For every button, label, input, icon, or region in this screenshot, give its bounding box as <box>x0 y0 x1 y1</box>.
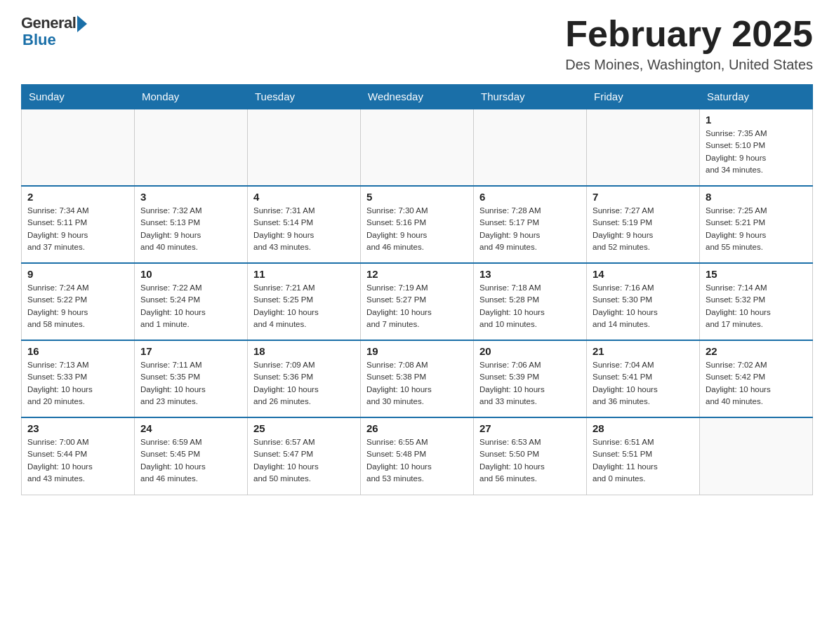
calendar-cell <box>700 417 813 495</box>
day-number: 24 <box>140 422 241 434</box>
calendar-cell: 13Sunrise: 7:18 AM Sunset: 5:28 PM Dayli… <box>474 263 587 340</box>
calendar-cell: 8Sunrise: 7:25 AM Sunset: 5:21 PM Daylig… <box>700 186 813 263</box>
day-number: 7 <box>593 191 694 203</box>
calendar-cell: 15Sunrise: 7:14 AM Sunset: 5:32 PM Dayli… <box>700 263 813 340</box>
day-info: Sunrise: 7:34 AM Sunset: 5:11 PM Dayligh… <box>27 205 128 253</box>
day-number: 2 <box>27 191 128 203</box>
day-info: Sunrise: 7:24 AM Sunset: 5:22 PM Dayligh… <box>27 282 128 330</box>
calendar-cell: 16Sunrise: 7:13 AM Sunset: 5:33 PM Dayli… <box>22 340 135 417</box>
calendar-cell: 11Sunrise: 7:21 AM Sunset: 5:25 PM Dayli… <box>248 263 361 340</box>
day-number: 11 <box>253 268 355 280</box>
day-of-week-header: Monday <box>135 85 248 109</box>
calendar-week-row: 23Sunrise: 7:00 AM Sunset: 5:44 PM Dayli… <box>22 417 813 495</box>
day-of-week-header: Saturday <box>700 85 813 109</box>
calendar-cell: 7Sunrise: 7:27 AM Sunset: 5:19 PM Daylig… <box>587 186 700 263</box>
day-info: Sunrise: 7:21 AM Sunset: 5:25 PM Dayligh… <box>253 282 355 330</box>
day-number: 25 <box>253 422 355 434</box>
day-number: 19 <box>366 345 468 357</box>
calendar-cell: 2Sunrise: 7:34 AM Sunset: 5:11 PM Daylig… <box>22 186 135 263</box>
day-info: Sunrise: 6:51 AM Sunset: 5:51 PM Dayligh… <box>593 436 694 485</box>
calendar-cell <box>361 109 474 186</box>
day-info: Sunrise: 7:00 AM Sunset: 5:44 PM Dayligh… <box>27 436 128 485</box>
day-number: 27 <box>479 422 581 434</box>
day-info: Sunrise: 7:09 AM Sunset: 5:36 PM Dayligh… <box>253 359 355 408</box>
day-number: 9 <box>27 268 128 280</box>
day-info: Sunrise: 7:04 AM Sunset: 5:41 PM Dayligh… <box>593 359 694 408</box>
day-number: 23 <box>27 422 128 434</box>
calendar-cell: 23Sunrise: 7:00 AM Sunset: 5:44 PM Dayli… <box>22 417 135 495</box>
day-info: Sunrise: 7:18 AM Sunset: 5:28 PM Dayligh… <box>479 282 581 330</box>
logo-arrow-icon <box>77 15 87 32</box>
day-info: Sunrise: 7:11 AM Sunset: 5:35 PM Dayligh… <box>140 359 241 408</box>
day-info: Sunrise: 7:32 AM Sunset: 5:13 PM Dayligh… <box>140 205 241 253</box>
calendar-cell: 5Sunrise: 7:30 AM Sunset: 5:16 PM Daylig… <box>361 186 474 263</box>
calendar-cell: 22Sunrise: 7:02 AM Sunset: 5:42 PM Dayli… <box>700 340 813 417</box>
calendar-cell: 3Sunrise: 7:32 AM Sunset: 5:13 PM Daylig… <box>135 186 248 263</box>
day-info: Sunrise: 7:16 AM Sunset: 5:30 PM Dayligh… <box>593 282 694 330</box>
day-number: 1 <box>706 114 807 126</box>
calendar-week-row: 1Sunrise: 7:35 AM Sunset: 5:10 PM Daylig… <box>22 109 813 186</box>
calendar-cell: 24Sunrise: 6:59 AM Sunset: 5:45 PM Dayli… <box>135 417 248 495</box>
day-number: 4 <box>253 191 355 203</box>
day-number: 15 <box>706 268 807 280</box>
day-number: 16 <box>27 345 128 357</box>
calendar-cell: 19Sunrise: 7:08 AM Sunset: 5:38 PM Dayli… <box>361 340 474 417</box>
calendar-cell: 1Sunrise: 7:35 AM Sunset: 5:10 PM Daylig… <box>700 109 813 186</box>
day-number: 20 <box>479 345 581 357</box>
day-info: Sunrise: 7:08 AM Sunset: 5:38 PM Dayligh… <box>366 359 468 408</box>
day-of-week-header: Wednesday <box>361 85 474 109</box>
day-number: 14 <box>593 268 694 280</box>
day-info: Sunrise: 7:13 AM Sunset: 5:33 PM Dayligh… <box>27 359 128 408</box>
page-header: General Blue February 2025 Des Moines, W… <box>21 14 813 73</box>
day-info: Sunrise: 6:55 AM Sunset: 5:48 PM Dayligh… <box>366 436 468 485</box>
day-number: 10 <box>140 268 241 280</box>
calendar-cell: 6Sunrise: 7:28 AM Sunset: 5:17 PM Daylig… <box>474 186 587 263</box>
calendar-cell: 18Sunrise: 7:09 AM Sunset: 5:36 PM Dayli… <box>248 340 361 417</box>
calendar-week-row: 9Sunrise: 7:24 AM Sunset: 5:22 PM Daylig… <box>22 263 813 340</box>
logo-blue-text: Blue <box>22 31 56 49</box>
day-number: 22 <box>706 345 807 357</box>
calendar-cell: 20Sunrise: 7:06 AM Sunset: 5:39 PM Dayli… <box>474 340 587 417</box>
day-number: 28 <box>593 422 694 434</box>
calendar-week-row: 16Sunrise: 7:13 AM Sunset: 5:33 PM Dayli… <box>22 340 813 417</box>
logo: General Blue <box>21 14 87 49</box>
calendar-title: February 2025 <box>565 14 813 54</box>
day-number: 17 <box>140 345 241 357</box>
day-number: 5 <box>366 191 468 203</box>
calendar-cell: 26Sunrise: 6:55 AM Sunset: 5:48 PM Dayli… <box>361 417 474 495</box>
calendar-header-row: SundayMondayTuesdayWednesdayThursdayFrid… <box>22 85 813 109</box>
calendar-week-row: 2Sunrise: 7:34 AM Sunset: 5:11 PM Daylig… <box>22 186 813 263</box>
calendar-cell: 12Sunrise: 7:19 AM Sunset: 5:27 PM Dayli… <box>361 263 474 340</box>
calendar-cell <box>22 109 135 186</box>
day-of-week-header: Tuesday <box>248 85 361 109</box>
day-info: Sunrise: 6:59 AM Sunset: 5:45 PM Dayligh… <box>140 436 241 485</box>
logo-general-text: General <box>21 14 76 32</box>
day-number: 3 <box>140 191 241 203</box>
day-info: Sunrise: 6:53 AM Sunset: 5:50 PM Dayligh… <box>479 436 581 485</box>
calendar-cell: 28Sunrise: 6:51 AM Sunset: 5:51 PM Dayli… <box>587 417 700 495</box>
day-number: 26 <box>366 422 468 434</box>
day-info: Sunrise: 7:31 AM Sunset: 5:14 PM Dayligh… <box>253 205 355 253</box>
calendar-table: SundayMondayTuesdayWednesdayThursdayFrid… <box>21 84 813 495</box>
day-info: Sunrise: 7:35 AM Sunset: 5:10 PM Dayligh… <box>706 128 807 176</box>
calendar-cell: 10Sunrise: 7:22 AM Sunset: 5:24 PM Dayli… <box>135 263 248 340</box>
calendar-cell <box>587 109 700 186</box>
day-info: Sunrise: 7:19 AM Sunset: 5:27 PM Dayligh… <box>366 282 468 330</box>
day-of-week-header: Sunday <box>22 85 135 109</box>
calendar-cell: 9Sunrise: 7:24 AM Sunset: 5:22 PM Daylig… <box>22 263 135 340</box>
day-number: 18 <box>253 345 355 357</box>
calendar-cell <box>135 109 248 186</box>
day-of-week-header: Friday <box>587 85 700 109</box>
day-number: 21 <box>593 345 694 357</box>
day-of-week-header: Thursday <box>474 85 587 109</box>
day-number: 13 <box>479 268 581 280</box>
calendar-cell: 21Sunrise: 7:04 AM Sunset: 5:41 PM Dayli… <box>587 340 700 417</box>
day-number: 6 <box>479 191 581 203</box>
day-info: Sunrise: 7:25 AM Sunset: 5:21 PM Dayligh… <box>706 205 807 253</box>
day-info: Sunrise: 7:02 AM Sunset: 5:42 PM Dayligh… <box>706 359 807 408</box>
title-block: February 2025 Des Moines, Washington, Un… <box>565 14 813 73</box>
calendar-subtitle: Des Moines, Washington, United States <box>565 57 813 73</box>
calendar-cell: 17Sunrise: 7:11 AM Sunset: 5:35 PM Dayli… <box>135 340 248 417</box>
calendar-cell: 27Sunrise: 6:53 AM Sunset: 5:50 PM Dayli… <box>474 417 587 495</box>
day-number: 8 <box>706 191 807 203</box>
